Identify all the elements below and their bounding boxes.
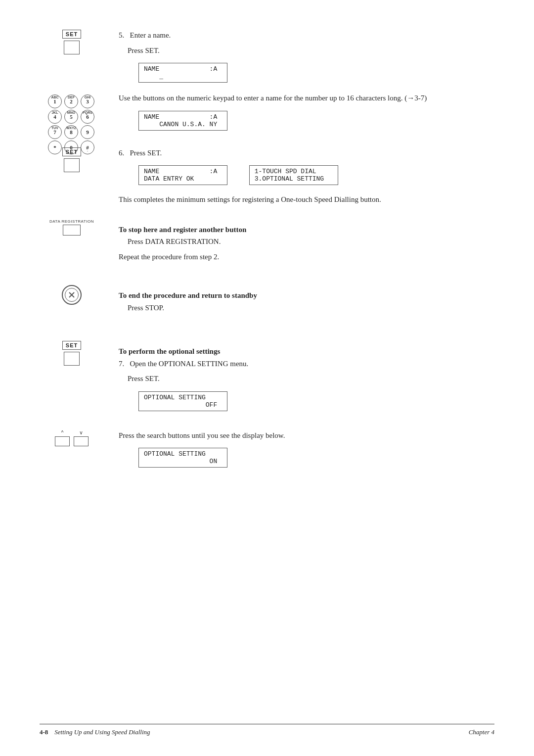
search-text: Press the search buttons until you see t… xyxy=(119,430,465,441)
page: SET 5. Enter a name. Press SET. NAME :A … xyxy=(0,0,534,756)
step-5-number: 5. xyxy=(119,31,124,39)
step-6-right: 6. Press SET. NAME :A DATA ENTRY OK 1-TO… xyxy=(119,147,465,209)
step-5-block: SET 5. Enter a name. Press SET. NAME :A … xyxy=(119,30,465,86)
key-5: MNO5 xyxy=(64,110,78,124)
footer-right: Chapter 4 xyxy=(469,728,494,736)
key-4: JKL4 xyxy=(48,110,62,124)
stop-here-text2: Repeat the procedure from step 2. xyxy=(119,251,465,263)
lcd-display-1: NAME :A _ xyxy=(138,63,227,83)
key-1: ABC1 xyxy=(48,94,62,108)
optional-right: To perform the optional settings 7. Open… xyxy=(119,341,465,414)
optional-settings-block: SET To perform the optional settings 7. … xyxy=(119,341,465,414)
key-8: WXYZ8 xyxy=(64,125,78,139)
set-key-3 xyxy=(64,352,80,366)
step-6-left: SET xyxy=(32,147,111,172)
data-reg-key xyxy=(63,225,81,236)
search-buttons-block: ^ v Press the search buttons until you s… xyxy=(119,430,465,471)
data-reg-button-wrap: DATA REGISTRATION xyxy=(49,219,94,236)
set-key-1 xyxy=(64,41,80,54)
numpad-right: Use the buttons on the numeric keypad to… xyxy=(119,93,465,134)
step-6-press-set-header: 6. Press SET. xyxy=(119,147,465,159)
optional-heading: To perform the optional settings xyxy=(119,346,465,357)
key-9: 9 xyxy=(81,125,94,139)
caret-down-label: v xyxy=(80,430,83,435)
stop-x-icon xyxy=(68,291,76,299)
caret-down-key xyxy=(74,436,89,446)
numeric-keypad: ABC1 DEF2 GHI3 JKL4 MNO5 PQRS6 TUV7 WXYZ… xyxy=(48,94,95,154)
caret-up-wrap: ^ xyxy=(55,430,70,446)
numpad-left: ABC1 DEF2 GHI3 JKL4 MNO5 PQRS6 TUV7 WXYZ… xyxy=(27,93,116,154)
step-6-number: 6. xyxy=(119,149,124,157)
end-procedure-right: To end the procedure and return to stand… xyxy=(119,285,465,317)
footer-left-text: Setting Up and Using Speed Dialling xyxy=(54,728,150,736)
stop-here-left: DATA REGISTRATION xyxy=(27,219,116,236)
content-area: SET 5. Enter a name. Press SET. NAME :A … xyxy=(119,30,465,479)
numpad-block: ABC1 DEF2 GHI3 JKL4 MNO5 PQRS6 TUV7 WXYZ… xyxy=(119,93,465,134)
caret-up-key xyxy=(55,436,70,446)
lcd-display-4: 1-TOUCH SPD DIAL 3.OPTIONAL SETTING xyxy=(249,165,338,185)
caret-up-label: ^ xyxy=(61,430,64,435)
set-label-3: SET xyxy=(62,341,81,350)
optional-step7-number: 7. xyxy=(119,360,124,368)
footer: 4-8 Setting Up and Using Speed Dialling … xyxy=(40,724,494,736)
step-5-right: 5. Enter a name. Press SET. NAME :A _ xyxy=(119,30,465,86)
end-procedure-text1: Press STOP. xyxy=(128,302,465,314)
key-7: TUV7 xyxy=(48,125,62,139)
step-6-press-set-text: Press SET. xyxy=(130,149,162,157)
stop-here-right: To stop here and register another button… xyxy=(119,219,465,267)
search-buttons-left: ^ v xyxy=(27,430,116,446)
step-6-complete-text: This completes the minimum settings for … xyxy=(119,194,465,205)
caret-down-wrap: v xyxy=(74,430,89,446)
stop-here-heading: To stop here and register another button xyxy=(119,224,465,236)
optional-press-set: Press SET. xyxy=(128,373,465,384)
stop-here-text1: Press DATA REGISTRATION. xyxy=(128,236,465,247)
optional-left: SET xyxy=(32,341,111,366)
key-6: PQRS6 xyxy=(81,110,94,124)
optional-step7-text: 7. Open the OPTIONAL SETTING menu. xyxy=(119,358,465,370)
use-buttons-text: Use the buttons on the numeric keypad to… xyxy=(119,93,465,104)
optional-step7-desc: Open the OPTIONAL SETTING menu. xyxy=(130,360,249,368)
step-5-text: 5. Enter a name. xyxy=(119,30,465,41)
set-label-2: SET xyxy=(62,147,81,156)
end-procedure-left xyxy=(32,285,111,305)
end-procedure-heading: To end the procedure and return to stand… xyxy=(119,290,465,301)
step-5-press-set: Press SET. xyxy=(128,45,465,56)
set-key-2 xyxy=(64,158,80,172)
footer-left: 4-8 Setting Up and Using Speed Dialling xyxy=(40,728,150,736)
set-label-1: SET xyxy=(62,30,81,39)
key-2: DEF2 xyxy=(64,94,78,108)
data-reg-label: DATA REGISTRATION xyxy=(49,219,94,224)
step-6-block: SET 6. Press SET. NAME :A DATA ENTRY OK … xyxy=(119,147,465,209)
search-buttons-right: Press the search buttons until you see t… xyxy=(119,430,465,471)
key-3: GHI3 xyxy=(81,94,94,108)
lcd-display-2: NAME :A CANON U.S.A. NY xyxy=(138,111,227,131)
lcd-display-3: NAME :A DATA ENTRY OK xyxy=(138,165,227,185)
step-5-enter-name: Enter a name. xyxy=(130,31,171,39)
lcd-display-on: OPTIONAL SETTING ON xyxy=(138,448,227,468)
stop-inner-circle xyxy=(65,288,79,302)
stop-button xyxy=(62,285,82,305)
footer-page-number: 4-8 xyxy=(40,728,48,736)
lcd-display-off: OPTIONAL SETTING OFF xyxy=(138,391,227,411)
step-5-left: SET xyxy=(32,30,111,54)
stop-here-block: DATA REGISTRATION To stop here and regis… xyxy=(119,219,465,267)
end-procedure-block: To end the procedure and return to stand… xyxy=(119,285,465,317)
